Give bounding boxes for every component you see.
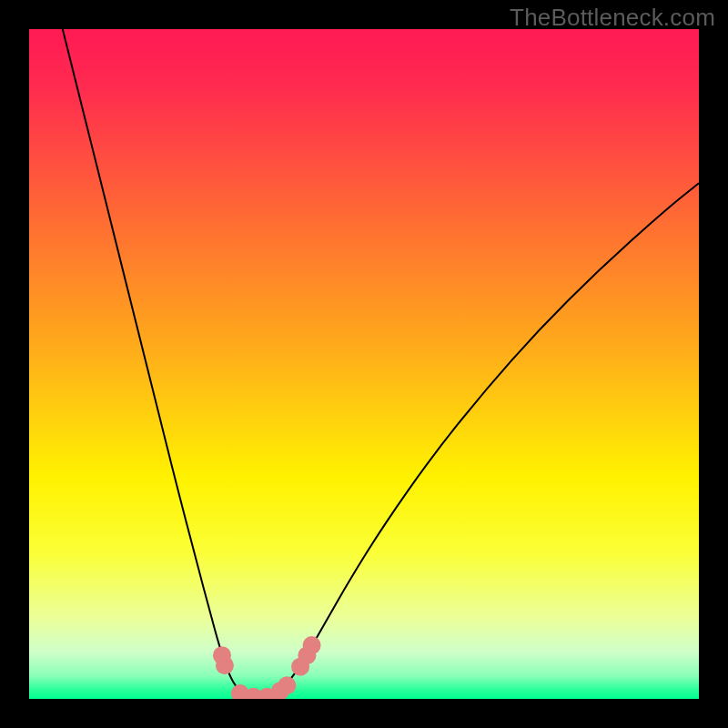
chart-svg (29, 29, 699, 699)
chart-background (29, 29, 699, 699)
marker-point (278, 676, 296, 694)
watermark: TheBottleneck.com (510, 4, 715, 32)
chart-plot (29, 29, 699, 699)
marker-point (303, 636, 321, 654)
chart-frame: TheBottleneck.com (0, 0, 728, 728)
marker-point (216, 656, 234, 674)
